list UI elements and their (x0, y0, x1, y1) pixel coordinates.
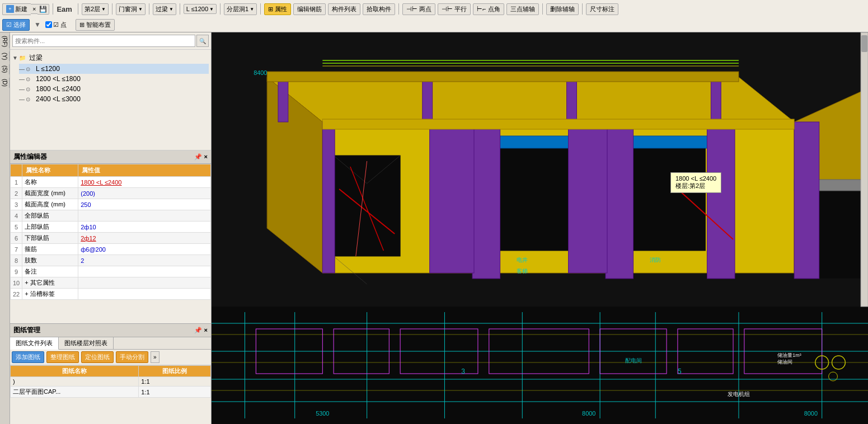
prop-row-num: 10 (11, 277, 22, 289)
prop-row-value[interactable] (78, 266, 211, 277)
guoliang-dropdown[interactable]: 过梁 ▼ (153, 3, 176, 15)
organize-drawing-button[interactable]: 整理图纸 (46, 351, 79, 363)
drawing-row-scale: 1:1 (139, 387, 211, 398)
drawing-manager-pin[interactable]: 📌 (194, 327, 202, 334)
add-drawing-button[interactable]: 添加图纸 (12, 351, 44, 363)
prop-row-value[interactable] (78, 289, 211, 300)
tree-item-l1200[interactable]: — ⊙ L ≤1200 (19, 64, 209, 74)
tree-arrow-l2400: — (19, 86, 26, 92)
pick-member-button[interactable]: 拾取构件 (363, 3, 395, 15)
parallel-button[interactable]: ⊣⊢ 平行 (438, 3, 471, 15)
drawing-row[interactable]: )1:1 (11, 377, 211, 387)
property-row[interactable]: 2截面宽度 (mm)(200) (11, 188, 211, 199)
separator-2 (78, 3, 78, 15)
property-row[interactable]: 3截面高度 (mm)250 (11, 199, 211, 210)
floor-dropdown[interactable]: 第2层 ▼ (82, 3, 109, 15)
prop-row-value[interactable]: 2ф12 (78, 233, 211, 244)
svg-text:5: 5 (678, 368, 682, 375)
tree-icon-l1800: ⊙ (26, 76, 35, 82)
side-label-rf[interactable]: (RF) (0, 35, 10, 48)
new-button[interactable]: + 新建 (2, 3, 31, 15)
rebar-button[interactable]: 编辑钢筋 (293, 3, 326, 15)
left-panel: 🔍 ▼ 📁 过梁 — ⊙ L ≤1200 — ⊙ 1200 <L ≤1800 —… (10, 32, 212, 424)
filter1-label: L ≤1200 (186, 6, 208, 12)
dimension-button[interactable]: 尺寸标注 (586, 3, 618, 15)
canvas-area[interactable]: 5300 8000 8000 配电间 储油量1m³ 储油间 发电机组 3 5 (212, 32, 868, 424)
search-input[interactable] (12, 35, 195, 47)
property-row[interactable]: 6下部纵筋2ф12 (11, 233, 211, 244)
property-row[interactable]: 5上部纵筋2ф10 (11, 222, 211, 233)
attr-button[interactable]: ⊞ 属性 (264, 3, 291, 15)
point-checkbox-item[interactable]: ☑ 点 (45, 21, 67, 29)
point-checkbox[interactable] (45, 21, 52, 28)
svg-rect-1 (212, 307, 868, 424)
layer-dropdown[interactable]: 分层洞1 ▼ (224, 3, 257, 15)
prop-row-value[interactable]: 250 (78, 199, 211, 210)
prop-row-name: + 沿槽标签 (22, 289, 78, 300)
side-label-d[interactable]: (D) (0, 78, 10, 88)
two-points-button[interactable]: ⊣⊢ 两点 (402, 3, 435, 15)
svg-text:8400: 8400 (254, 69, 267, 76)
property-row[interactable]: 1名称1800 <L ≤2400 (11, 177, 211, 188)
tree-item-l2400[interactable]: — ⊙ 1800 <L ≤2400 (19, 84, 209, 94)
property-editor-header: 属性编辑器 📌 × (10, 150, 211, 164)
prop-row-num: 8 (11, 255, 22, 266)
prop-row-value[interactable]: 2ф10 (78, 222, 211, 233)
smart-layout-button[interactable]: ⊞ 智能布置 (76, 19, 115, 31)
svg-text:发电机组: 发电机组 (728, 391, 750, 397)
prop-row-value[interactable] (78, 277, 211, 289)
corner-button[interactable]: ⊢⌐ 点角 (473, 3, 504, 15)
side-label-s[interactable]: (S) (0, 64, 10, 74)
svg-rect-66 (322, 119, 794, 129)
tree-item-l1800[interactable]: — ⊙ 1200 <L ≤1800 (19, 74, 209, 84)
property-row[interactable]: 22+ 沿槽标签 (11, 289, 211, 300)
prop-row-value[interactable]: 1800 <L ≤2400 (78, 177, 211, 188)
tab-drawing-file-list[interactable]: 图纸文件列表 (10, 337, 59, 350)
side-label-y[interactable]: (Y) (0, 51, 10, 61)
tree-item-l3000[interactable]: — ⊙ 2400 <L ≤3000 (19, 94, 209, 104)
drawing-col-scale: 图纸比例 (139, 366, 211, 377)
drawing-manager-close[interactable]: × (204, 327, 208, 334)
guoliang-label: 过梁 (156, 5, 168, 13)
expand-button[interactable]: » (151, 351, 159, 363)
door-window-dropdown[interactable]: 门窗洞 ▼ (116, 3, 146, 15)
filter1-arrow: ▼ (209, 7, 214, 12)
eam-label: Eam (57, 5, 72, 13)
prop-row-num: 3 (11, 199, 22, 210)
split-drawing-button[interactable]: 手动分割 (116, 351, 148, 363)
prop-row-num: 5 (11, 222, 22, 233)
prop-row-name: 下部纵筋 (22, 233, 78, 244)
prop-row-value[interactable]: (200) (78, 188, 211, 199)
prop-row-value[interactable]: ф6@200 (78, 244, 211, 255)
property-table: 属性名称 属性值 1名称1800 <L ≤24002截面宽度 (mm)(200)… (10, 164, 211, 323)
del-axis-button[interactable]: 删除辅轴 (546, 3, 579, 15)
tab-drawing-floor-map[interactable]: 图纸楼层对照表 (59, 337, 114, 349)
point-label: ☑ 点 (53, 21, 67, 29)
drawing-col-name: 图纸名称 (11, 366, 139, 377)
property-row[interactable]: 7箍筋ф6@200 (11, 244, 211, 255)
property-row[interactable]: 4全部纵筋 (11, 210, 211, 222)
close-tab-button[interactable]: × (31, 4, 37, 14)
member-list-button[interactable]: 构件列表 (328, 3, 360, 15)
drawing-row[interactable]: 二层平面图CAP...1:1 (11, 387, 211, 398)
select-mode-button[interactable]: ☑ 选择 (2, 19, 30, 31)
svg-text:配电间: 配电间 (625, 357, 642, 364)
prop-row-name: + 其它属性 (22, 277, 78, 289)
svg-rect-77 (861, 32, 868, 307)
three-points-button[interactable]: 三点辅轴 (506, 3, 539, 15)
locate-drawing-button[interactable]: 定位图纸 (81, 351, 114, 363)
filter-dropdown[interactable]: L ≤1200 ▼ (184, 4, 217, 14)
property-editor-close[interactable]: × (204, 153, 208, 161)
separator-1 (53, 3, 53, 15)
prop-row-value[interactable] (78, 210, 211, 222)
property-row[interactable]: 9备注 (11, 266, 211, 277)
tree-item-guoliang[interactable]: ▼ 📁 过梁 (12, 52, 209, 64)
search-button[interactable]: 🔍 (196, 35, 209, 47)
save-button[interactable]: 💾 (37, 4, 49, 15)
property-row[interactable]: 10+ 其它属性 (11, 277, 211, 289)
property-row[interactable]: 8肢数2 (11, 255, 211, 266)
property-editor-pin[interactable]: 📌 (194, 153, 202, 161)
svg-text:电井: 电井 (517, 257, 528, 263)
separator-7 (260, 3, 261, 15)
prop-row-value[interactable]: 2 (78, 255, 211, 266)
